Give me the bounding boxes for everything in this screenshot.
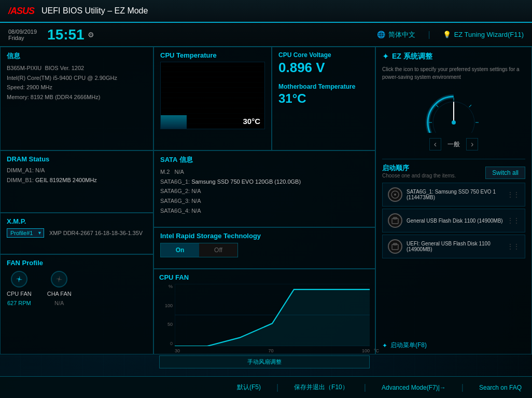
ez-title: EZ 系统调整 xyxy=(392,52,432,61)
rst-toggle[interactable]: On Off xyxy=(160,243,238,257)
cpu-fan-label: CPU FAN xyxy=(7,291,32,297)
drag-handle-2: ⋮⋮ xyxy=(507,217,520,224)
cha-fan-value: N/A xyxy=(54,300,64,306)
rst-panel: Intel Rapid Storage Technology On Off xyxy=(153,227,375,269)
dram-panel: DRAM Status DIMM_A1: N/A DIMM_B1: GEIL 8… xyxy=(0,150,153,213)
startup-menu-label: 启动菜单(F8) xyxy=(390,341,427,350)
date-text: 08/09/2019 xyxy=(8,29,37,35)
ez-nav-label: 一般 xyxy=(447,140,460,149)
nav-separator: | xyxy=(428,30,430,39)
ez-desc: Click the icon to specify your preferred… xyxy=(382,65,525,81)
xmp-select-wrapper[interactable]: Profile#1 ▼ xyxy=(7,228,44,238)
wizard-nav[interactable]: 💡 EZ Tuning Wizard(F11) xyxy=(443,31,524,38)
ez-star-icon: ✦ xyxy=(382,51,389,61)
boot-disk-icon-1 xyxy=(388,187,402,202)
ez-prev-btn[interactable]: ‹ xyxy=(429,138,441,150)
info-title: 信息 xyxy=(7,51,147,61)
cha-fan-icon xyxy=(51,271,67,287)
sata-6g4: SATA6G_4: N/A xyxy=(160,206,369,216)
fan-profile-title: FAN Profile xyxy=(7,259,147,267)
sata-6g2: SATA6G_2: N/A xyxy=(160,186,369,196)
y-tick-0: 0 xyxy=(170,341,173,346)
cpu-temp-title: CPU Temperature xyxy=(160,51,265,59)
boot-item-label-1: SATA6G_1: Samsung SSD 750 EVO 1 (114473M… xyxy=(407,189,503,200)
xmp-title: X.M.P. xyxy=(7,217,147,225)
ez-next-btn[interactable]: › xyxy=(466,138,478,150)
day-text: Friday xyxy=(8,35,37,41)
wizard-icon: 💡 xyxy=(443,31,451,38)
advanced-mode-btn[interactable]: Advanced Mode(F7)|→ xyxy=(382,384,446,391)
bottom-sep2: | xyxy=(364,383,366,392)
drag-handle-3: ⋮⋮ xyxy=(507,243,520,250)
rst-off-btn[interactable]: Off xyxy=(199,243,237,257)
manual-fan-btn[interactable]: 手动风扇调整 xyxy=(159,355,370,368)
drag-handle-1: ⋮⋮ xyxy=(507,191,520,198)
dram-title: DRAM Status xyxy=(7,155,147,163)
cpu-temp-panel: CPU Temperature 30°C xyxy=(153,47,272,150)
fan-profile-panel: FAN Profile CPU FAN 627 RPM xyxy=(0,254,153,354)
x-tick-30: 30 xyxy=(175,348,180,353)
cha-fan-label: CHA FAN xyxy=(47,291,72,297)
switch-all-button[interactable]: Switch all xyxy=(485,167,525,179)
dram-dimm-a1: DIMM_A1: N/A xyxy=(7,166,147,175)
globe-icon: 🌐 xyxy=(377,31,385,38)
y-tick-50: 50 xyxy=(167,322,173,327)
cpu-fan-rpm: 627 RPM xyxy=(7,300,31,306)
search-faq-btn[interactable]: Search on FAQ xyxy=(479,384,522,391)
sata-m2: M.2 N/A xyxy=(160,167,369,177)
startup-menu-btn[interactable]: ✦ 启动菜单(F8) xyxy=(382,341,525,350)
mb-temp-value: 31°C xyxy=(278,91,369,106)
cpu-temp-value: 30°C xyxy=(243,117,260,126)
sata-6g3: SATA6G_3: N/A xyxy=(160,196,369,206)
boot-item-label-3: UEFI: General USB Flash Disk 1100 (14900… xyxy=(407,241,503,252)
y-tick-100: 100 xyxy=(165,303,173,308)
ez-panel: ✦ EZ 系统调整 Click the icon to specify your… xyxy=(375,47,532,354)
voltage-label: CPU Core Voltage xyxy=(278,51,369,59)
language-nav[interactable]: 🌐 简体中文 xyxy=(377,30,415,39)
boot-item-2[interactable]: General USB Flash Disk 1100 (14900MB) ⋮⋮ xyxy=(382,209,525,232)
speedometer-container[interactable] xyxy=(382,91,525,133)
dram-dimm-b1: DIMM_B1: GEIL 8192MB 2400MHz xyxy=(7,175,147,185)
svg-marker-22 xyxy=(175,290,370,346)
info-panel: 信息 B365M-PIXIU BIOS Ver. 1202 Intel(R) C… xyxy=(0,47,153,150)
svg-point-11 xyxy=(394,194,396,196)
boot-item-3[interactable]: UEFI: General USB Flash Disk 1100 (14900… xyxy=(382,235,525,258)
speedometer-svg xyxy=(423,91,485,133)
startup-star-icon: ✦ xyxy=(382,342,387,349)
cpu-fan-chart-title: CPU FAN xyxy=(159,273,370,281)
bottom-bar: 默认(F5) | 保存并退出（F10） | Advanced Mode(F7)|… xyxy=(0,376,532,398)
time-display: 15:51 xyxy=(47,26,85,43)
sata-title: SATA 信息 xyxy=(160,155,369,164)
sata-panel: SATA 信息 M.2 N/A SATA6G_1: Samsung SSD 75… xyxy=(153,150,375,227)
bottom-sep1: | xyxy=(276,383,278,392)
settings-icon[interactable]: ⚙ xyxy=(88,31,94,39)
xmp-profile-select[interactable]: Profile#1 xyxy=(7,228,44,238)
boot-order-desc: Choose one and drag the items. xyxy=(382,173,456,179)
sata-6g1: SATA6G_1: Samsung SSD 750 EVO 120GB (120… xyxy=(160,177,369,187)
voltage-value: 0.896 V xyxy=(278,60,369,76)
voltage-mb-panel: CPU Core Voltage 0.896 V Motherboard Tem… xyxy=(272,47,375,150)
cpu-fan-chart-panel: CPU FAN % 100 50 0 xyxy=(153,269,375,354)
boot-item-label-2: General USB Flash Disk 1100 (14900MB) xyxy=(407,218,503,224)
boot-item-1[interactable]: SATA6G_1: Samsung SSD 750 EVO 1 (114473M… xyxy=(382,183,525,207)
cpu-fan-icon xyxy=(11,271,27,287)
info-memory: Memory: 8192 MB (DDR4 2666MHz) xyxy=(7,92,147,102)
info-cpu: Intel(R) Core(TM) i5-9400 CPU @ 2.90GHz xyxy=(7,73,147,83)
rst-title: Intel Rapid Storage Technology xyxy=(160,232,369,240)
save-exit-btn[interactable]: 保存并退出（F10） xyxy=(294,383,348,392)
xmp-panel: X.M.P. Profile#1 ▼ XMP DDR4-2667 16-18-1… xyxy=(0,213,153,254)
mb-temp-label: Motherboard Temperature xyxy=(278,83,369,90)
asus-logo: /ASUS xyxy=(8,6,34,17)
xmp-value: XMP DDR4-2667 16-18-18-36-1.35V xyxy=(49,230,143,236)
boot-disk-icon-3 xyxy=(388,239,402,254)
language-label: 简体中文 xyxy=(388,30,415,39)
topbar-title: UEFI BIOS Utility – EZ Mode xyxy=(41,6,524,16)
x-unit: °C xyxy=(374,348,379,353)
y-label-pct: % xyxy=(169,284,173,289)
default-btn[interactable]: 默认(F5) xyxy=(237,383,261,392)
boot-disk-icon-2 xyxy=(388,213,402,228)
rst-on-btn[interactable]: On xyxy=(161,243,199,257)
x-tick-100: 100 xyxy=(362,348,370,353)
boot-order-title: 启动顺序 xyxy=(382,163,456,173)
svg-line-8 xyxy=(469,105,471,107)
